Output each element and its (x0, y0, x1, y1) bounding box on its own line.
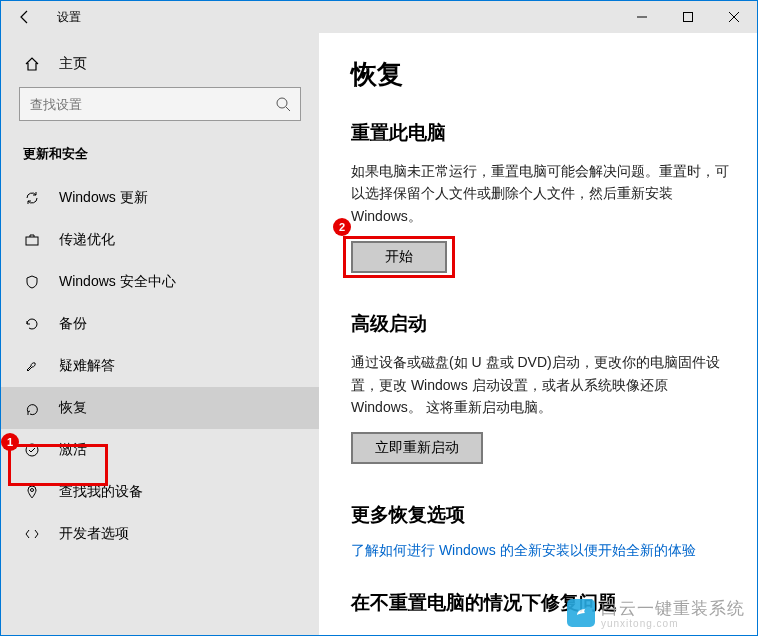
svg-point-7 (26, 444, 38, 456)
more-heading: 更多恢复选项 (351, 502, 729, 528)
delivery-icon (23, 232, 41, 248)
sidebar-item-backup[interactable]: 备份 (1, 303, 319, 345)
wrench-icon (23, 358, 41, 374)
home-link[interactable]: 主页 (1, 45, 319, 87)
annotation-badge-1: 1 (1, 433, 19, 451)
sidebar-item-troubleshoot[interactable]: 疑难解答 (1, 345, 319, 387)
watermark-icon (567, 599, 595, 627)
svg-point-4 (277, 98, 287, 108)
window-title: 设置 (57, 9, 81, 26)
fresh-install-link[interactable]: 了解如何进行 Windows 的全新安装以便开始全新的体验 (351, 542, 729, 560)
check-icon (23, 442, 41, 458)
sidebar-item-label: Windows 安全中心 (59, 273, 176, 291)
shield-icon (23, 274, 41, 290)
home-icon (23, 56, 41, 72)
svg-rect-6 (26, 237, 38, 245)
sidebar-item-windows-update[interactable]: Windows 更新 (1, 177, 319, 219)
advanced-startup-section: 高级启动 通过设备或磁盘(如 U 盘或 DVD)启动，更改你的电脑固件设置，更改… (351, 311, 729, 464)
sidebar-item-label: 传递优化 (59, 231, 115, 249)
location-icon (23, 484, 41, 500)
sidebar-item-security[interactable]: Windows 安全中心 (1, 261, 319, 303)
sidebar-item-recovery[interactable]: 恢复 (1, 387, 319, 429)
search-box[interactable] (19, 87, 301, 121)
code-icon (23, 526, 41, 542)
annotation-badge-2: 2 (333, 218, 351, 236)
sidebar-item-activation[interactable]: 激活 (1, 429, 319, 471)
reset-pc-section: 重置此电脑 如果电脑未正常运行，重置电脑可能会解决问题。重置时，可以选择保留个人… (351, 120, 729, 273)
sidebar-section-header: 更新和安全 (1, 139, 319, 177)
svg-rect-1 (684, 13, 693, 22)
reset-start-button[interactable]: 开始 (351, 241, 447, 273)
restart-now-button[interactable]: 立即重新启动 (351, 432, 483, 464)
watermark-text: 白云一键重装系统 (601, 599, 745, 618)
advanced-heading: 高级启动 (351, 311, 729, 337)
sidebar-item-label: 备份 (59, 315, 87, 333)
minimize-button[interactable] (619, 1, 665, 33)
sidebar-item-delivery-optimization[interactable]: 传递优化 (1, 219, 319, 261)
sidebar-item-label: 开发者选项 (59, 525, 129, 543)
svg-point-8 (31, 489, 34, 492)
main-panel: 恢复 重置此电脑 如果电脑未正常运行，重置电脑可能会解决问题。重置时，可以选择保… (319, 33, 757, 635)
advanced-description: 通过设备或磁盘(如 U 盘或 DVD)启动，更改你的电脑固件设置，更改 Wind… (351, 351, 729, 418)
sidebar-item-find-device[interactable]: 查找我的设备 (1, 471, 319, 513)
title-bar: 设置 (1, 1, 757, 33)
sidebar-item-label: 查找我的设备 (59, 483, 143, 501)
backup-icon (23, 316, 41, 332)
close-button[interactable] (711, 1, 757, 33)
reset-description: 如果电脑未正常运行，重置电脑可能会解决问题。重置时，可以选择保留个人文件或删除个… (351, 160, 729, 227)
sync-icon (23, 190, 41, 206)
sidebar-item-label: 恢复 (59, 399, 87, 417)
more-recovery-section: 更多恢复选项 了解如何进行 Windows 的全新安装以便开始全新的体验 (351, 502, 729, 560)
sidebar-item-developer[interactable]: 开发者选项 (1, 513, 319, 555)
watermark-url: yunxitong.com (601, 618, 745, 629)
sidebar-item-label: 激活 (59, 441, 87, 459)
sidebar-item-label: 疑难解答 (59, 357, 115, 375)
recovery-icon (23, 400, 41, 416)
back-button[interactable] (1, 1, 49, 33)
home-label: 主页 (59, 55, 87, 73)
watermark: 白云一键重装系统 yunxitong.com (567, 597, 745, 629)
sidebar-item-label: Windows 更新 (59, 189, 148, 207)
search-icon (266, 96, 300, 112)
search-input[interactable] (20, 97, 266, 112)
page-title: 恢复 (351, 57, 729, 92)
sidebar: 主页 更新和安全 Windows 更新 传递优化 Windows 安全中心 备份 (1, 33, 319, 635)
reset-heading: 重置此电脑 (351, 120, 729, 146)
maximize-button[interactable] (665, 1, 711, 33)
svg-line-5 (286, 107, 290, 111)
